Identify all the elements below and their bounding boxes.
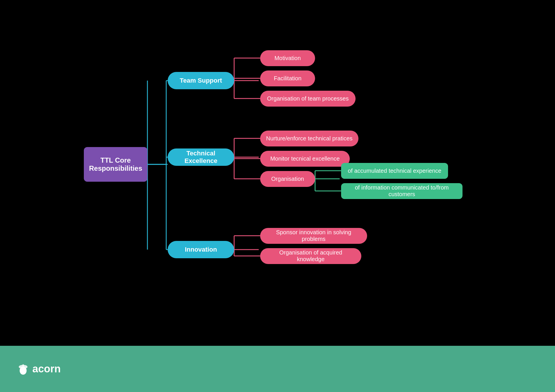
nurture-node: Nurture/enforce technical pratices [260,131,358,146]
main-area: TTL Core Responsibilities Team Support T… [0,0,555,346]
footer: acorn [0,346,555,392]
tech-excellence-node: Technical Excellence [168,148,234,166]
info-comm-node: of information communicated to/from cust… [341,183,462,199]
motivation-node: Motivation [260,50,315,66]
monitor-node: Monitor tecnical excellence [260,151,350,167]
team-support-node: Team Support [168,72,234,89]
facilitation-node: Facilitation [260,70,315,86]
svg-rect-27 [23,364,24,367]
org-team-node: Organisation of team processes [260,91,356,107]
innovation-node: Innovation [168,241,234,258]
org-knowledge-node: Organisation of acquired knowledge [260,248,361,264]
accum-tech-node: of accumulated technical experience [341,163,448,179]
logo: acorn [17,363,61,375]
sponsor-node: Sponsor innovation in solving problems [260,228,367,244]
organisation-node: Organisation [260,171,315,187]
mindmap: TTL Core Responsibilities Team Support T… [75,21,480,325]
logo-text: acorn [32,363,61,375]
acorn-logo-icon [17,363,29,375]
root-node: TTL Core Responsibilities [84,147,147,182]
